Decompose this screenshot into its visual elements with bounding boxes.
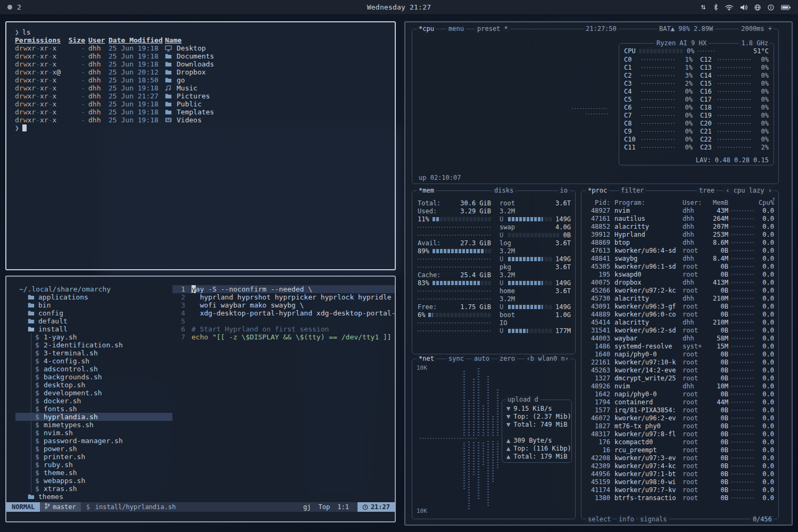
io-toggle[interactable]: io: [558, 187, 570, 194]
process-row[interactable]: 45263kworker/14:2-everoot0B0.0: [581, 366, 778, 374]
process-row[interactable]: 48841swaybgdhh8.4M0.0: [581, 254, 778, 262]
process-row[interactable]: 45414alacrittydhh210M0.0: [581, 318, 778, 326]
editor-line[interactable]: 6# Start Hyprland on first session: [172, 325, 395, 333]
tree-item-file[interactable]: $fonts.sh: [31, 405, 172, 413]
editor-line[interactable]: 3 wofi waybar mako swaybg \: [172, 301, 395, 309]
net-box-title[interactable]: *net: [417, 355, 436, 362]
editor-pane[interactable]: 1yay -S --noconfirm --needed \2 hyprland…: [172, 285, 395, 502]
process-row[interactable]: 195kswapd0root0B0.0: [581, 270, 778, 278]
tree-item-folder[interactable]: applications: [6, 293, 172, 301]
tree-item-file[interactable]: $mimetypes.sh: [31, 421, 172, 429]
process-row[interactable]: 48869btopdhh8.6M0.0: [581, 238, 778, 246]
process-row[interactable]: 48927nvimdhh43M0.0: [581, 206, 778, 214]
process-row[interactable]: 31541kworker/u96:2-sdroot0B0.0: [581, 326, 778, 334]
tree-item-file[interactable]: $3-terminal.sh: [31, 349, 172, 357]
editor-line[interactable]: 2 hyprland hyprshot hyprpicker hyprlock …: [172, 293, 395, 301]
volume-icon[interactable]: [740, 4, 747, 11]
process-row[interactable]: 45266kworker/u97:2-kcroot0B0.0: [581, 286, 778, 294]
sort-selector[interactable]: ‹ cpu lazy ›: [724, 187, 774, 194]
net-sync-toggle[interactable]: sync: [446, 355, 466, 362]
process-row[interactable]: 41174kworker/u97:7-kvroot0B0.0: [581, 486, 778, 494]
tree-toggle[interactable]: tree: [697, 187, 717, 194]
tree-item-folder[interactable]: default: [6, 317, 172, 325]
process-row[interactable]: 1642napi/phy0-0root0B0.0: [581, 390, 778, 398]
process-row[interactable]: 45159kworker/u98:0-wiroot0B0.0: [581, 478, 778, 486]
tree-item-file[interactable]: $backgrounds.sh: [31, 373, 172, 381]
updown-icon[interactable]: [700, 4, 706, 11]
process-row[interactable]: 1327dmcrypt_write/25root0B0.0: [581, 374, 778, 382]
process-row[interactable]: 47613kworker/u96:4-sdroot0B0.0: [581, 246, 778, 254]
workspace-indicator[interactable]: 2: [17, 3, 21, 11]
process-row[interactable]: 48317kworker/u97:8-flroot0B0.0: [581, 430, 778, 438]
net-interface[interactable]: ‹b wlan0 n›: [525, 355, 571, 362]
process-row[interactable]: 45305kworker/u96:1-sdroot0B0.0: [581, 262, 778, 270]
tree-item-file[interactable]: $2-identification.sh: [31, 341, 172, 349]
tree-item-file[interactable]: $4-config.sh: [31, 357, 172, 365]
about-icon[interactable]: [768, 4, 774, 11]
tree-root-path[interactable]: ~/.local/share/omarchy: [6, 285, 172, 293]
process-row[interactable]: 1794containerdroot44M0.0: [581, 398, 778, 406]
launcher-icon[interactable]: [7, 5, 12, 10]
select-button[interactable]: select: [586, 516, 613, 523]
filter-button[interactable]: filter: [619, 187, 646, 194]
tree-item-folder[interactable]: install: [6, 325, 172, 333]
process-row[interactable]: 1640napi/phy0-0root0B0.0: [581, 350, 778, 358]
disks-toggle[interactable]: disks: [492, 187, 516, 194]
cpu-box-title[interactable]: *cpu: [417, 25, 436, 32]
process-row[interactable]: 176kcompactd0root0B0.0: [581, 438, 778, 446]
signals-button[interactable]: signals: [638, 516, 669, 523]
process-row[interactable]: 48926nvimdhh10M0.0: [581, 382, 778, 390]
editor-line[interactable]: 4 xdg-desktop-portal-hyprland xdg-deskto…: [172, 309, 395, 317]
tree-item-file[interactable]: $adscontrol.sh: [31, 365, 172, 373]
process-row[interactable]: 42309kworker/u97:4-kcroot0B0.0: [581, 462, 778, 470]
process-row[interactable]: 16rcu_preemptroot0B0.0: [581, 446, 778, 454]
tree-item-file[interactable]: $development.sh: [31, 389, 172, 397]
process-row[interactable]: 47161nautilusdhh264M0.0: [581, 214, 778, 222]
tree-item-file[interactable]: $1-yay.sh: [31, 333, 172, 341]
tree-item-file[interactable]: $desktop.sh: [31, 381, 172, 389]
process-row[interactable]: 44889kworker/u96:0-coroot0B0.0: [581, 310, 778, 318]
net-zero-toggle[interactable]: zero: [497, 355, 517, 362]
editor-line[interactable]: 7echo "[[ -z \$DISPLAY && \$(tty) == /de…: [172, 333, 395, 341]
process-row[interactable]: 1827mt76-tx phy0root0B0.0: [581, 422, 778, 430]
bluetooth-icon[interactable]: [713, 4, 718, 11]
preset-button[interactable]: preset *: [475, 25, 510, 32]
col-program[interactable]: Program:: [614, 199, 683, 206]
process-row[interactable]: 42208kworker/u97:3-evroot0B0.0: [581, 454, 778, 462]
tree-item-file[interactable]: $password-manager.sh: [31, 437, 172, 445]
tree-item-file[interactable]: $nvim.sh: [31, 429, 172, 437]
process-row[interactable]: 48852alacrittydhh207M0.0: [581, 222, 778, 230]
tree-item-file[interactable]: $power.sh: [31, 445, 172, 453]
mem-box-title[interactable]: *mem: [417, 187, 436, 194]
process-row[interactable]: 1380btrfs-transactioroot0B0.0: [581, 494, 778, 502]
process-row[interactable]: 46072kworker/u96:2-evroot0B0.0: [581, 414, 778, 422]
process-row[interactable]: 44956kworker/u97:1-btroot0B0.0: [581, 470, 778, 478]
tree-item-file[interactable]: $hyprlandia.sh: [15, 413, 172, 421]
process-row[interactable]: 43091kworker/u96:3-gfroot0B0.0: [581, 302, 778, 310]
process-row[interactable]: 1486systemd-resolvesyst+15M0.0: [581, 342, 778, 350]
tree-item-file[interactable]: $ruby.sh: [31, 461, 172, 469]
proc-box-title[interactable]: *proc: [586, 187, 609, 194]
process-row[interactable]: 44003waybardhh58M0.0: [581, 334, 778, 342]
net-auto-toggle[interactable]: auto: [472, 355, 492, 362]
tree-item-folder[interactable]: themes: [6, 493, 172, 501]
info-button[interactable]: info: [617, 516, 636, 523]
tree-item-folder[interactable]: config: [6, 309, 172, 317]
editor-line[interactable]: 5: [172, 317, 395, 325]
menu-button[interactable]: menu: [446, 25, 466, 32]
editor-line[interactable]: 1yay -S --noconfirm --needed \: [172, 285, 395, 293]
prompt-input-line[interactable]: ❯: [6, 124, 395, 132]
col-pid[interactable]: Pid:: [586, 199, 610, 206]
process-row[interactable]: 22161kworker/u97:10-kroot0B0.0: [581, 358, 778, 366]
tree-item-file[interactable]: $theme.sh: [31, 469, 172, 477]
network-icon[interactable]: [754, 4, 761, 11]
col-mem[interactable]: MemB: [707, 199, 728, 206]
col-user[interactable]: User:: [683, 199, 707, 206]
process-row[interactable]: 1577irq/81-PIXA3854:root0B0.0: [581, 406, 778, 414]
wifi-icon[interactable]: [725, 4, 733, 11]
tree-item-file[interactable]: $printer.sh: [31, 453, 172, 461]
battery-icon[interactable]: [781, 5, 791, 10]
tree-item-folder[interactable]: bin: [6, 301, 172, 309]
update-interval[interactable]: 2000ms +: [739, 25, 774, 32]
nvim-command-line[interactable]: [6, 512, 395, 521]
